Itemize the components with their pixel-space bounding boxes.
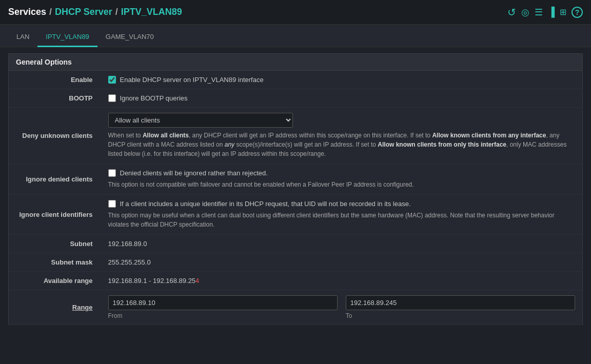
row-bootp: BOOTP Ignore BOOTP queries bbox=[9, 89, 583, 108]
form-table: Enable Enable DHCP server on IPTV_VLAN89… bbox=[8, 71, 583, 325]
label-subnet-mask: Subnet mask bbox=[9, 253, 101, 272]
ignore-client-id-checkbox-row: If a client includes a unique identifier… bbox=[108, 200, 576, 208]
value-enable: Enable DHCP server on IPTV_VLAN89 interf… bbox=[101, 71, 583, 89]
deny-unknown-select[interactable]: Allow all clients Allow known clients fr… bbox=[108, 113, 293, 128]
ignore-denied-description: This option is not compatible with failo… bbox=[108, 180, 576, 189]
chart-icon[interactable]: ▐ bbox=[548, 7, 555, 17]
value-deny-unknown: Allow all clients Allow known clients fr… bbox=[101, 108, 583, 164]
bootp-text: Ignore BOOTP queries bbox=[120, 94, 188, 102]
tab-lan[interactable]: LAN bbox=[8, 28, 37, 47]
separator-1: / bbox=[49, 7, 52, 17]
label-subnet: Subnet bbox=[9, 235, 101, 253]
ignore-denied-text: Denied clients will be ignored rather th… bbox=[120, 169, 268, 177]
ignore-denied-checkbox[interactable] bbox=[108, 169, 116, 177]
tabs-bar: LAN IPTV_VLAN89 GAME_VLAN70 bbox=[0, 25, 591, 47]
value-subnet: 192.168.89.0 bbox=[101, 235, 583, 253]
value-range: From To bbox=[101, 290, 583, 325]
crumb-current: IPTV_VLAN89 bbox=[121, 7, 182, 17]
tab-game[interactable]: GAME_VLAN70 bbox=[97, 28, 162, 47]
circle-icon[interactable]: ◎ bbox=[521, 7, 529, 18]
breadcrumb: Services / DHCP Server / IPTV_VLAN89 bbox=[8, 7, 182, 17]
range-from-group: From bbox=[108, 295, 338, 319]
row-enable: Enable Enable DHCP server on IPTV_VLAN89… bbox=[9, 71, 583, 89]
range-to-input[interactable] bbox=[346, 295, 575, 310]
row-deny-unknown: Deny unknown clients Allow all clients A… bbox=[9, 108, 583, 164]
row-range: Range From To bbox=[9, 290, 583, 325]
row-available-range: Available range 192.168.89.1 - 192.168.8… bbox=[9, 272, 583, 290]
ignore-client-id-checkbox[interactable] bbox=[108, 200, 116, 208]
ignore-client-id-description: This option may be useful when a client … bbox=[108, 211, 576, 229]
label-bootp: BOOTP bbox=[9, 89, 101, 108]
deny-unknown-description: When set to Allow all clients, any DHCP … bbox=[108, 131, 576, 158]
available-range-end-red: 4 bbox=[195, 277, 199, 285]
label-enable: Enable bbox=[9, 71, 101, 89]
label-ignore-denied: Ignore denied clients bbox=[9, 164, 101, 195]
ignore-denied-checkbox-row: Denied clients will be ignored rather th… bbox=[108, 169, 576, 177]
row-subnet: Subnet 192.168.89.0 bbox=[9, 235, 583, 253]
range-inputs-container: From To bbox=[108, 295, 576, 319]
crumb-dhcp[interactable]: DHCP Server bbox=[55, 7, 112, 17]
available-range-start: 192.168.89.1 - 192.168.89.25 bbox=[108, 277, 196, 285]
lines-icon[interactable]: ☰ bbox=[535, 7, 543, 18]
value-ignore-client-id: If a client includes a unique identifier… bbox=[101, 195, 583, 235]
main-content: General Options Enable Enable DHCP serve… bbox=[0, 47, 591, 364]
range-from-label: From bbox=[108, 312, 338, 319]
label-available-range: Available range bbox=[9, 272, 101, 290]
bootp-checkbox-row: Ignore BOOTP queries bbox=[108, 94, 576, 102]
label-range: Range bbox=[9, 290, 101, 325]
separator-2: / bbox=[115, 7, 118, 17]
label-ignore-client-id: Ignore client identifiers bbox=[9, 195, 101, 235]
value-ignore-denied: Denied clients will be ignored rather th… bbox=[101, 164, 583, 195]
enable-checkbox[interactable] bbox=[108, 76, 116, 84]
range-label-link[interactable]: Range bbox=[72, 304, 93, 311]
range-to-group: To bbox=[346, 295, 575, 319]
tab-iptv[interactable]: IPTV_VLAN89 bbox=[37, 28, 97, 47]
help-icon[interactable]: ? bbox=[572, 7, 583, 18]
range-from-input[interactable] bbox=[108, 295, 338, 310]
value-subnet-mask: 255.255.255.0 bbox=[101, 253, 583, 272]
value-available-range: 192.168.89.1 - 192.168.89.254 bbox=[101, 272, 583, 290]
refresh-icon[interactable]: ↺ bbox=[507, 6, 516, 18]
enable-text: Enable DHCP server on IPTV_VLAN89 interf… bbox=[120, 76, 264, 84]
value-bootp: Ignore BOOTP queries bbox=[101, 89, 583, 108]
table-icon[interactable]: ⊞ bbox=[560, 7, 566, 17]
range-to-label: To bbox=[346, 312, 575, 319]
row-subnet-mask: Subnet mask 255.255.255.0 bbox=[9, 253, 583, 272]
row-ignore-client-id: Ignore client identifiers If a client in… bbox=[9, 195, 583, 235]
enable-checkbox-row: Enable DHCP server on IPTV_VLAN89 interf… bbox=[108, 76, 576, 84]
header: Services / DHCP Server / IPTV_VLAN89 ↺ ◎… bbox=[0, 0, 591, 25]
label-deny-unknown: Deny unknown clients bbox=[9, 108, 101, 164]
header-icons: ↺ ◎ ☰ ▐ ⊞ ? bbox=[507, 6, 583, 18]
section-general-options: General Options bbox=[8, 53, 583, 71]
row-ignore-denied: Ignore denied clients Denied clients wil… bbox=[9, 164, 583, 195]
crumb-services[interactable]: Services bbox=[8, 7, 46, 17]
ignore-client-id-text: If a client includes a unique identifier… bbox=[120, 200, 411, 208]
bootp-checkbox[interactable] bbox=[108, 94, 116, 102]
